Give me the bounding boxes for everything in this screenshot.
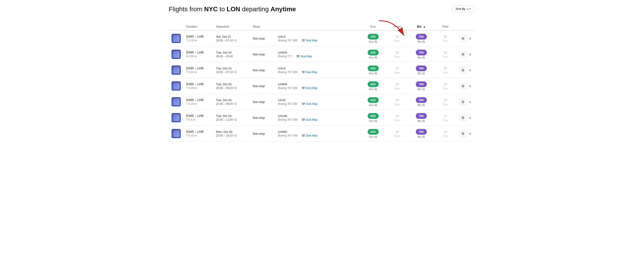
departure-date: Tue, Oct 24 xyxy=(216,51,247,54)
departure-cell: Tue, Oct 24 19:00 – 07:10 +1 xyxy=(213,62,250,78)
eco-price[interactable]: 42K xyxy=(368,50,379,55)
biz-price[interactable]: 78K xyxy=(416,97,427,103)
expand-flight-button[interactable]: ∨ xyxy=(468,115,472,120)
first-label: First xyxy=(443,119,448,121)
biz-price[interactable]: 78K xyxy=(416,113,427,119)
biz-price-cell[interactable]: 78K Biz (9) xyxy=(409,126,434,142)
eco-badge[interactable]: 42K Eco (9) xyxy=(368,113,379,122)
eco-badge[interactable]: 42K Eco (9) xyxy=(368,97,379,106)
add-flight-button[interactable]: ⊕ xyxy=(460,67,466,73)
biz-badge[interactable]: 78K Biz (9) xyxy=(416,129,427,138)
eco-price-cell[interactable]: 42K Eco (9) xyxy=(360,78,386,94)
biz-badge[interactable]: 78K Biz (9) xyxy=(416,50,427,59)
eco-price-cell[interactable]: 42K Eco (9) xyxy=(360,62,386,78)
prem-x-icon: ✕ xyxy=(396,51,399,55)
departure-cell: Tue, Oct 24 20:00 – 08:20 +1 xyxy=(213,78,250,94)
col-header-flight xyxy=(275,23,315,30)
expand-flight-button[interactable]: ∨ xyxy=(468,68,472,72)
svg-rect-1 xyxy=(302,39,303,40)
biz-price-cell[interactable]: 78K Biz (9) xyxy=(409,110,434,126)
eco-price[interactable]: 42K xyxy=(368,81,379,87)
eco-price[interactable]: 42K xyxy=(368,66,379,71)
route-text: EWR – LHR xyxy=(186,98,210,102)
seat-map-link[interactable]: Seat Map xyxy=(302,39,318,42)
first-label: First xyxy=(443,71,448,74)
departure-time: 19:00 – 07:10 +1 xyxy=(216,71,247,74)
add-flight-button[interactable]: ⊕ xyxy=(460,35,466,42)
route-cell: EWR – LHR 6 h 55 m xyxy=(184,46,213,62)
eco-badge[interactable]: 42K Eco (9) xyxy=(368,66,379,75)
add-flight-button[interactable]: ⊕ xyxy=(460,130,466,137)
biz-price-cell[interactable]: 78K Biz (9) xyxy=(409,94,434,110)
eco-sub: Eco (9) xyxy=(369,88,377,91)
eco-price-cell[interactable]: 42K Eco (9) xyxy=(360,126,386,142)
airline-logo xyxy=(172,66,181,75)
eco-badge[interactable]: 42K Eco (9) xyxy=(368,129,379,138)
seat-map-link[interactable]: Seat Map xyxy=(302,118,318,121)
seat-map-link[interactable]: Seat Map xyxy=(302,71,318,74)
route-cell: EWR – LHR 7 h 10 m xyxy=(184,62,213,78)
svg-rect-16 xyxy=(302,118,303,120)
eco-price-cell[interactable]: 42K Eco (9) xyxy=(360,110,386,126)
add-flight-button[interactable]: ⊕ xyxy=(460,99,466,105)
biz-price[interactable]: 78K xyxy=(416,66,427,71)
route-cell: EWR – LHR 7 h 20 m xyxy=(184,78,213,94)
eco-price[interactable]: 42K xyxy=(368,97,379,103)
biz-badge[interactable]: 78K Biz (3) xyxy=(416,81,427,91)
seat-map-link[interactable]: Seat Map xyxy=(302,134,318,137)
expand-flight-button[interactable]: ∨ xyxy=(468,36,472,41)
route-cell: EWR – LHR 7 h 10 m xyxy=(184,30,213,46)
biz-badge[interactable]: 78K Biz (2) xyxy=(416,66,427,75)
expand-flight-button[interactable]: ∨ xyxy=(468,84,472,88)
eco-price[interactable]: 42K xyxy=(368,129,379,135)
col-header-first: First xyxy=(434,23,457,30)
expand-flight-button[interactable]: ∨ xyxy=(468,99,472,104)
add-flight-button[interactable]: ⊕ xyxy=(460,83,466,89)
biz-badge[interactable]: 78K Biz (9) xyxy=(416,97,427,106)
stops-cell: Non-stop xyxy=(250,46,275,62)
svg-rect-17 xyxy=(304,118,304,120)
expand-flight-button[interactable]: ∨ xyxy=(468,131,472,136)
route-text: EWR – LHR xyxy=(186,35,210,38)
aircraft-info: Boeing 767-300 · Seat Map xyxy=(278,71,358,74)
biz-price-cell[interactable]: 78K Biz (3) xyxy=(409,78,434,94)
seat-map-link[interactable]: Seat Map xyxy=(302,86,318,90)
biz-price-cell[interactable]: 78K Biz (9) xyxy=(409,46,434,62)
eco-price-cell[interactable]: 42K Eco (9) xyxy=(360,46,386,62)
departure-date: Tue, Oct 24 xyxy=(216,67,247,70)
add-flight-button[interactable]: ⊕ xyxy=(460,114,466,121)
flights-table: Duration Departure Stops Eco Prem Biz xyxy=(169,23,475,142)
eco-badge[interactable]: 42K Eco (9) xyxy=(368,34,379,43)
prem-x-icon: ✕ xyxy=(396,114,399,118)
eco-price[interactable]: 42K xyxy=(368,113,379,119)
biz-price[interactable]: 78K xyxy=(416,50,427,55)
aircraft-info: Boeing 767-300 · Seat Map xyxy=(278,134,358,137)
first-price-cell: ✕ First xyxy=(434,94,457,110)
eco-price-cell[interactable]: 42K Eco (9) xyxy=(360,94,386,110)
sort-by-label: Sort By xyxy=(456,7,466,11)
biz-price-cell[interactable]: 78K Biz (9) xyxy=(409,30,434,46)
seat-map-link[interactable]: Seat Map xyxy=(296,55,312,58)
svg-rect-11 xyxy=(304,87,304,88)
biz-sub: Biz (9) xyxy=(418,119,425,122)
biz-price-cell[interactable]: 78K Biz (2) xyxy=(409,62,434,78)
day-plus: +1 xyxy=(233,86,237,90)
first-price-cell: ✕ First xyxy=(434,126,457,142)
eco-price[interactable]: 42K xyxy=(368,34,379,40)
biz-sub: Biz (2) xyxy=(418,72,425,75)
prem-label: Prem xyxy=(394,135,400,138)
eco-badge[interactable]: 42K Eco (9) xyxy=(368,81,379,91)
route-text: EWR – LHR xyxy=(186,114,210,118)
eco-badge[interactable]: 42K Eco (9) xyxy=(368,50,379,59)
biz-price[interactable]: 78K xyxy=(416,129,427,135)
eco-price-cell[interactable]: 42K Eco (9) xyxy=(360,30,386,46)
biz-price[interactable]: 78K xyxy=(416,81,427,87)
seat-map-link[interactable]: Seat Map xyxy=(302,102,318,105)
sort-by-button[interactable]: Sort By ▲▼ xyxy=(452,6,475,12)
biz-price[interactable]: 78K xyxy=(416,34,427,40)
expand-flight-button[interactable]: ∨ xyxy=(468,52,472,57)
biz-badge[interactable]: 78K Biz (9) xyxy=(416,113,427,122)
departure-cell: Tue, Oct 24 08:45 – 20:40 xyxy=(213,46,250,62)
biz-badge[interactable]: 78K Biz (9) xyxy=(416,34,427,43)
add-flight-button[interactable]: ⊕ xyxy=(460,51,466,57)
